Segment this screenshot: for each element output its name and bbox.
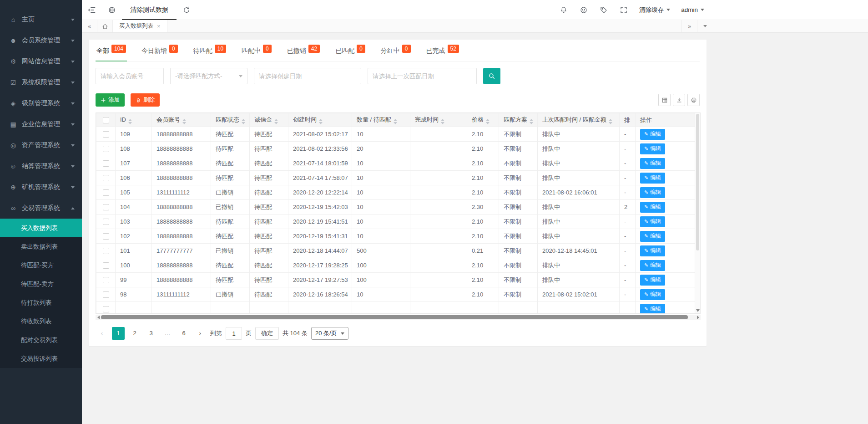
row-checkbox[interactable] <box>103 233 109 240</box>
sort-icon[interactable] <box>274 119 278 124</box>
home-tab[interactable] <box>97 20 113 32</box>
sidebar-item[interactable]: ☻ 会员系统管理 <box>0 30 82 51</box>
delete-button[interactable]: 删除 <box>131 93 160 107</box>
scroll-left-arrow-icon[interactable] <box>96 315 101 320</box>
page-button[interactable]: › <box>194 327 207 340</box>
sidebar-submenu-item[interactable]: 待打款列表 <box>0 293 82 312</box>
per-page-select[interactable]: 20 条/页 <box>311 327 348 340</box>
add-button[interactable]: 添加 <box>96 93 125 107</box>
sidebar-item[interactable]: ◎ 资产管理系统 <box>0 135 82 156</box>
close-icon[interactable]: × <box>157 23 161 29</box>
filter-tab[interactable]: 全部 104 <box>96 46 127 61</box>
row-checkbox[interactable] <box>103 219 109 225</box>
row-checkbox[interactable] <box>103 306 109 312</box>
horizontal-scrollbar-track[interactable] <box>101 315 695 320</box>
sort-icon[interactable] <box>609 119 612 124</box>
sort-icon[interactable] <box>242 119 245 124</box>
filter-tab[interactable]: 今日新增 0 <box>141 46 179 61</box>
scroll-down-arrow-icon[interactable] <box>696 309 700 312</box>
sidebar-submenu-item[interactable]: 待匹配-卖方 <box>0 275 82 293</box>
sidebar-submenu-item[interactable]: 交易投诉列表 <box>0 349 82 368</box>
fullscreen-button[interactable] <box>614 0 634 20</box>
filter-tab[interactable]: 待匹配 10 <box>192 46 227 61</box>
row-checkbox[interactable] <box>103 160 109 167</box>
create-date-input[interactable] <box>254 68 361 84</box>
sidebar-item[interactable]: ▤ 企业信息管理 <box>0 114 82 135</box>
edit-button[interactable]: ✎ 编辑 <box>640 173 665 184</box>
edit-button[interactable]: ✎ 编辑 <box>640 231 665 242</box>
tag-button[interactable] <box>594 0 614 20</box>
edit-button[interactable]: ✎ 编辑 <box>640 275 665 286</box>
member-account-input[interactable] <box>96 68 164 84</box>
table-horizontal-scrollbar[interactable] <box>96 315 701 320</box>
sidebar-item[interactable]: ◈ 级别管理系统 <box>0 93 82 114</box>
refresh-button[interactable] <box>177 0 197 20</box>
match-type-select[interactable]: -请选择匹配方式- <box>170 68 247 84</box>
sort-icon[interactable] <box>394 119 397 124</box>
sidebar-submenu-item[interactable]: 待匹配-买方 <box>0 256 82 275</box>
row-checkbox[interactable] <box>103 175 109 181</box>
columns-filter-button[interactable] <box>658 94 671 106</box>
edit-button[interactable]: ✎ 编辑 <box>640 216 665 227</box>
edit-button[interactable]: ✎ 编辑 <box>640 158 665 169</box>
clear-cache-dropdown[interactable]: 清除缓存 <box>634 0 676 20</box>
row-checkbox[interactable] <box>103 248 109 254</box>
sidebar-submenu-item[interactable]: 待收款列表 <box>0 312 82 331</box>
edit-button[interactable]: ✎ 编辑 <box>640 129 665 140</box>
tab-buy-data-list[interactable]: 买入数据列表 × <box>113 20 167 32</box>
page-button[interactable]: 2 <box>128 327 141 340</box>
language-button[interactable] <box>102 0 122 20</box>
customer-service-button[interactable] <box>574 0 594 20</box>
page-button[interactable]: … <box>161 327 174 340</box>
sidebar-item[interactable]: ⌂ 主页 <box>0 9 82 30</box>
filter-tab[interactable]: 已撤销 42 <box>286 46 321 61</box>
tabs-scroll-left-button[interactable]: « <box>82 20 97 32</box>
sidebar-item[interactable]: ☑ 系统权限管理 <box>0 72 82 93</box>
vertical-scrollbar-thumb[interactable] <box>696 114 699 250</box>
sidebar-submenu-item[interactable]: 配对交易列表 <box>0 331 82 349</box>
sort-icon[interactable] <box>486 119 490 124</box>
sort-icon[interactable] <box>441 119 444 124</box>
clear-test-data-nav[interactable]: 清除测试数据 <box>122 0 177 20</box>
row-checkbox[interactable] <box>103 204 109 210</box>
last-match-date-input[interactable] <box>368 68 477 84</box>
table-vertical-scrollbar[interactable] <box>695 113 700 313</box>
tabs-menu-button[interactable] <box>697 20 712 32</box>
sidebar-collapse-button[interactable] <box>82 0 102 20</box>
edit-button[interactable]: ✎ 编辑 <box>640 260 665 271</box>
row-checkbox[interactable] <box>103 262 109 269</box>
sidebar-submenu-item[interactable]: 买入数据列表 <box>0 219 82 237</box>
tabs-scroll-right-button[interactable]: » <box>681 20 697 32</box>
filter-tab[interactable]: 匹配中 0 <box>241 46 273 61</box>
filter-tab[interactable]: 分红中 0 <box>380 46 412 61</box>
edit-button[interactable]: ✎ 编辑 <box>640 245 665 256</box>
filter-tab[interactable]: 已匹配 0 <box>334 46 366 61</box>
sidebar-item[interactable]: ⚙ 网站信息管理 <box>0 51 82 72</box>
select-all-checkbox[interactable] <box>103 117 109 123</box>
edit-button[interactable]: ✎ 编辑 <box>640 143 665 154</box>
sort-icon[interactable] <box>182 119 186 124</box>
sort-icon[interactable] <box>530 119 533 124</box>
page-button[interactable]: 1 <box>112 327 125 340</box>
row-checkbox[interactable] <box>103 277 109 283</box>
sidebar-item[interactable]: ⊕ 矿机管理系统 <box>0 177 82 198</box>
filter-tab[interactable]: 已完成 52 <box>425 46 460 61</box>
edit-button[interactable]: ✎ 编辑 <box>640 304 665 314</box>
jump-page-input[interactable] <box>226 327 242 340</box>
export-button[interactable] <box>673 94 685 106</box>
sort-icon[interactable] <box>128 119 132 124</box>
horizontal-scrollbar-thumb[interactable] <box>101 315 688 319</box>
page-button[interactable]: 6 <box>177 327 190 340</box>
edit-button[interactable]: ✎ 编辑 <box>640 289 665 300</box>
edit-button[interactable]: ✎ 编辑 <box>640 202 665 213</box>
row-checkbox[interactable] <box>103 291 109 298</box>
edit-button[interactable]: ✎ 编辑 <box>640 187 665 198</box>
page-button[interactable]: ‹ <box>96 327 108 340</box>
user-dropdown[interactable]: admin <box>676 0 710 20</box>
page-button[interactable]: 3 <box>145 327 157 340</box>
search-button[interactable] <box>483 68 500 84</box>
sort-icon[interactable] <box>319 119 323 124</box>
row-checkbox[interactable] <box>103 189 109 196</box>
print-button[interactable] <box>687 94 700 106</box>
confirm-button[interactable]: 确定 <box>255 327 279 340</box>
